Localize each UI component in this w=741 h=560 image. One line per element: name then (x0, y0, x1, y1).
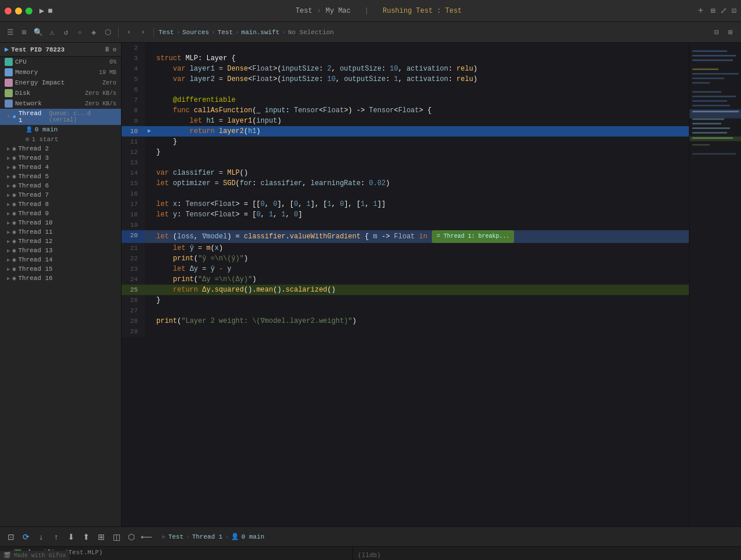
thread-1-label: Thread 1 (19, 110, 47, 124)
thread-13-item[interactable]: ▶ ◉ Thread 13 (0, 246, 121, 255)
run-button[interactable]: ▶ (39, 6, 44, 16)
line-num-29: 29 (122, 326, 145, 337)
step-into-button[interactable]: ↓ (35, 530, 47, 543)
thread-5-item[interactable]: ▶ ◉ Thread 5 (0, 172, 121, 181)
bc-mainswift[interactable]: main.swift (241, 29, 280, 36)
line-arrow-4 (145, 64, 154, 74)
thread-9-icon: ◉ (12, 210, 16, 217)
thread-7-item[interactable]: ▶ ◉ Thread 7 (0, 190, 121, 200)
thread-10-item[interactable]: ▶ ◉ Thread 10 (0, 218, 121, 227)
toolbar-icon-1[interactable]: ☰ (5, 27, 16, 38)
cpu-label: CPU (15, 58, 107, 65)
fullscreen-button[interactable]: ⊡ (732, 6, 736, 16)
var-classifier-type: (Test.MLP) (64, 549, 102, 556)
nav-back-button[interactable]: ‹ (123, 27, 135, 38)
expand-button[interactable]: ⤢ (720, 6, 727, 16)
thread-14-item[interactable]: ▶ ◉ Thread 14 (0, 255, 121, 264)
svg-rect-7 (692, 82, 710, 84)
thread-1-main[interactable]: 👤 0 main (0, 125, 121, 134)
debug-icon-d[interactable]: ⟵ (140, 530, 153, 543)
thread-11-item[interactable]: ▶ ◉ Thread 11 (0, 227, 121, 237)
toolbar-icon-7[interactable]: ◈ (88, 27, 100, 38)
toolbar: ☰ ⊞ 🔍 ⚠ ↺ ⬦ ◈ ⬡ ‹ › Test › Sources › Tes… (0, 22, 741, 43)
thread-1-item[interactable]: ▼ ● Thread 1 Queue: c...d (serial) (0, 109, 121, 125)
toolbar-icon-3[interactable]: 🔍 (32, 27, 44, 38)
debug-bc-thread[interactable]: Thread 1 (192, 533, 223, 540)
step-over-button[interactable]: ⟳ (20, 530, 32, 543)
close-button[interactable] (5, 8, 12, 14)
line-num-27: 27 (122, 305, 145, 316)
stop-button[interactable]: ■ (47, 6, 52, 16)
cpu-metric[interactable]: CPU 0% (0, 57, 121, 67)
bc-sources[interactable]: Sources (182, 29, 209, 36)
line-content-6 (154, 84, 689, 95)
minimize-button[interactable] (15, 8, 22, 14)
thread-6-item[interactable]: ▶ ◉ Thread 6 (0, 181, 121, 190)
memory-metric[interactable]: Memory 19 MB (0, 67, 121, 78)
line-content-24: print("Δy =\n\(Δy)") (154, 274, 689, 285)
disk-value: Zero KB/s (85, 90, 116, 97)
toolbar-right-icon-2[interactable]: ⊞ (725, 27, 736, 38)
toolbar-icon-5[interactable]: ↺ (60, 27, 72, 38)
step-down-button[interactable]: ⬇ (65, 530, 78, 543)
debug-bc-main[interactable]: 0 main (241, 533, 265, 540)
thread-16-item[interactable]: ▶ ◉ Thread 16 (0, 274, 121, 283)
split-button[interactable]: ⊞ (710, 6, 715, 16)
toolbar-icon-2[interactable]: ⊞ (19, 27, 30, 38)
thread-4-icon: ◉ (12, 164, 16, 171)
toolbar-icon-6[interactable]: ⬦ (74, 27, 86, 38)
debug-bc-test[interactable]: Test (168, 533, 184, 540)
toolbar-icon-8[interactable]: ⬡ (102, 27, 113, 38)
line-num-9: 9 (122, 116, 145, 126)
pause-icon[interactable]: ⏸ (104, 46, 110, 53)
thread-2-item[interactable]: ▶ ◉ Thread 2 (0, 144, 121, 153)
memory-label: Memory (15, 69, 97, 76)
line-num-10: 10 (122, 126, 145, 137)
line-arrow-23 (145, 264, 154, 274)
nav-forward-button[interactable]: › (137, 27, 149, 38)
toolbar-icon-4[interactable]: ⚠ (46, 27, 58, 38)
line-content-3: struct MLP: Layer { (154, 53, 689, 64)
energy-metric[interactable]: Energy Impact Zero (0, 78, 121, 88)
svg-rect-3 (692, 60, 733, 61)
thread-3-item[interactable]: ▶ ◉ Thread 3 (0, 153, 121, 163)
svg-rect-16 (692, 127, 730, 129)
toolbar-right-icon-1[interactable]: ⊟ (711, 27, 722, 38)
hide-debug-button[interactable]: ⊡ (5, 530, 17, 543)
debug-icon-a[interactable]: ⊞ (95, 530, 108, 543)
thread-12-item[interactable]: ▶ ◉ Thread 12 (0, 237, 121, 246)
code-editor[interactable]: 2 3 struct MLP: Layer { 4 var layer1 = D… (122, 43, 689, 526)
svg-rect-17 (692, 132, 727, 134)
add-tab-button[interactable]: + (698, 6, 704, 16)
thread-4-item[interactable]: ▶ ◉ Thread 4 (0, 163, 121, 172)
line-content-20: let (loss, ∇model) = classifier.valueWit… (154, 230, 689, 243)
svg-rect-19 (692, 137, 733, 139)
thread-8-item[interactable]: ▶ ◉ Thread 8 (0, 200, 121, 209)
step-up-button[interactable]: ⬆ (80, 530, 93, 543)
bc-test[interactable]: Test (159, 29, 174, 36)
line-num-8: 8 (122, 105, 145, 116)
destination-name: My Mac (326, 7, 351, 15)
debug-icon-c[interactable]: ⬡ (125, 530, 138, 543)
line-arrow-29 (145, 326, 154, 337)
disk-metric[interactable]: Disk Zero KB/s (0, 88, 121, 98)
line-num-19: 19 (122, 220, 145, 230)
code-line-5: 5 var layer2 = Dense<Float>(inputSize: 1… (122, 74, 689, 84)
thread-9-item[interactable]: ▶ ◉ Thread 9 (0, 209, 121, 218)
maximize-button[interactable] (25, 8, 32, 14)
debug-icon-b[interactable]: ◫ (110, 530, 123, 543)
network-metric[interactable]: Network Zero KB/s (0, 98, 121, 109)
thread-15-item[interactable]: ▶ ◉ Thread 15 (0, 264, 121, 274)
bc-test2[interactable]: Test (218, 29, 233, 36)
thread-1-start[interactable]: ⊙ 1 start (0, 134, 121, 144)
code-line-8: 8 func callAsFunction(_ input: Tensor<Fl… (122, 105, 689, 116)
code-line-23: 23 let Δy = ŷ - y (122, 264, 689, 274)
svg-rect-11 (692, 105, 730, 106)
settings-icon[interactable]: ⚙ (112, 46, 116, 53)
code-line-22: 22 print("ŷ =\n\(ŷ)") (122, 253, 689, 264)
line-num-24: 24 (122, 274, 145, 285)
console-panel[interactable]: (lldb) (353, 547, 741, 560)
clock-icon: ⊙ (25, 135, 30, 143)
step-out-button[interactable]: ↑ (50, 530, 63, 543)
line-num-16: 16 (122, 189, 145, 199)
